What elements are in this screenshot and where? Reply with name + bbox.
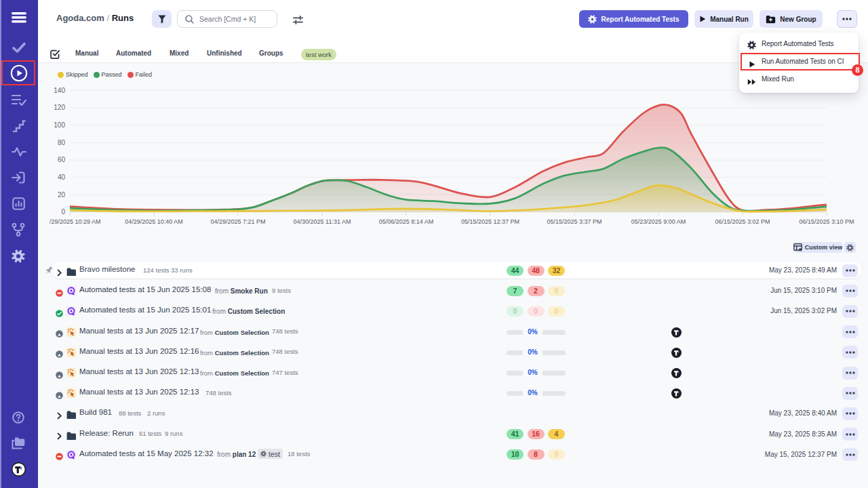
svg-text:05/23/2025 9:00 AM: 05/23/2025 9:00 AM <box>631 218 686 225</box>
svg-text:04/30/2025 11:31 AM: 04/30/2025 11:31 AM <box>294 218 351 225</box>
svg-text:/29/2025 10:29 AM: /29/2025 10:29 AM <box>50 218 101 225</box>
svg-text:20: 20 <box>58 191 66 199</box>
svg-text:80: 80 <box>58 139 66 146</box>
svg-text:05/06/2025 8:14 AM: 05/06/2025 8:14 AM <box>379 218 434 225</box>
svg-text:0: 0 <box>61 208 65 216</box>
svg-text:140: 140 <box>54 87 65 94</box>
svg-text:05/15/2025 3:37 PM: 05/15/2025 3:37 PM <box>547 218 601 225</box>
svg-text:120: 120 <box>54 104 65 111</box>
svg-text:100: 100 <box>54 121 65 129</box>
svg-text:06/15/2025 3:10 PM: 06/15/2025 3:10 PM <box>799 218 854 225</box>
svg-text:40: 40 <box>58 174 66 181</box>
svg-text:04/29/2025 7:21 PM: 04/29/2025 7:21 PM <box>210 218 265 225</box>
svg-text:06/15/2025 3:02 PM: 06/15/2025 3:02 PM <box>715 218 770 225</box>
svg-text:05/15/2025 12:37 PM: 05/15/2025 12:37 PM <box>461 218 519 225</box>
svg-text:04/29/2025 10:40 AM: 04/29/2025 10:40 AM <box>125 218 183 225</box>
svg-text:60: 60 <box>58 156 66 163</box>
